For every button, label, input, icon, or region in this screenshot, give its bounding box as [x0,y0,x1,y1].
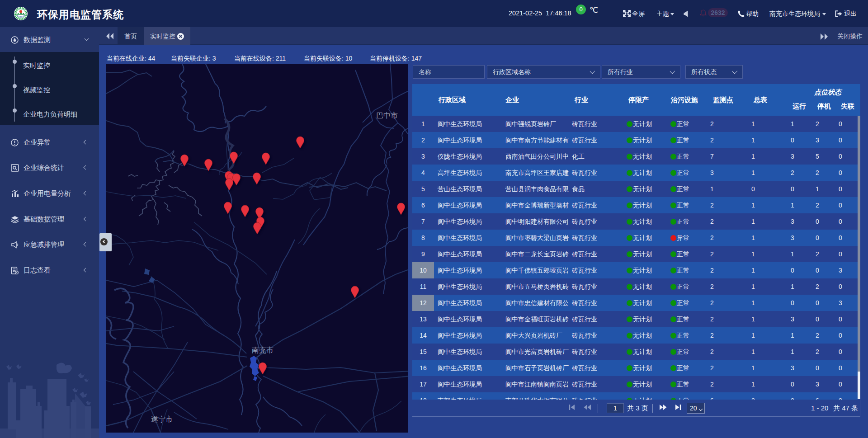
svg-text:遂宁市: 遂宁市 [151,415,173,423]
svg-text:巴中市: 巴中市 [376,112,398,119]
svg-text:南充市: 南充市 [252,346,274,354]
